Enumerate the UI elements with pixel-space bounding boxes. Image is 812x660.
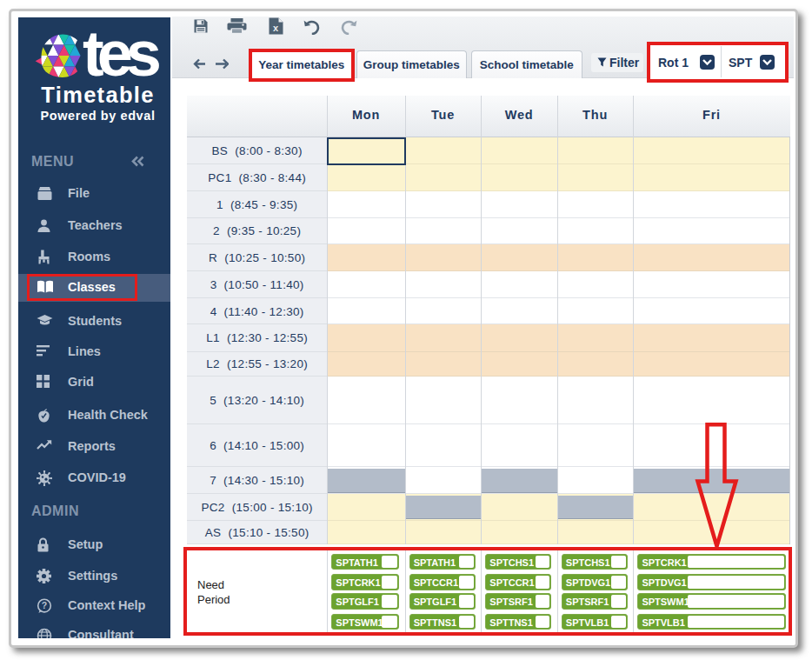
svg-text:?: ? xyxy=(42,600,47,610)
svg-text:x: x xyxy=(273,23,279,33)
